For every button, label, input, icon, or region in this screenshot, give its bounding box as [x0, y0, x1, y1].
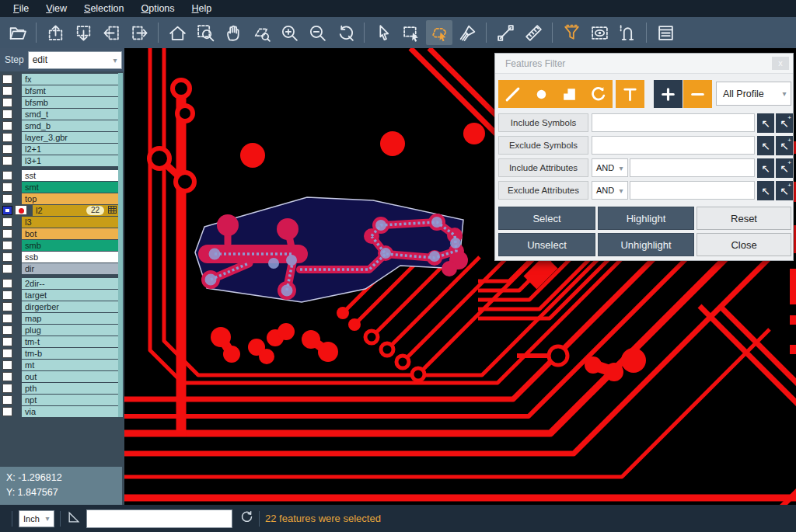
layer-visibility-checkbox[interactable] — [2, 395, 12, 405]
line-feature-button[interactable] — [498, 80, 527, 108]
exclude-symbols-input[interactable] — [592, 136, 755, 155]
pick-add-button[interactable]: ↖+ — [776, 136, 793, 155]
layer-cell[interactable]: pth — [22, 383, 118, 394]
menu-item-options[interactable]: Options — [132, 2, 183, 16]
layer-cell[interactable]: via — [22, 406, 118, 417]
layer-cell[interactable]: smd_t — [22, 109, 118, 120]
unit-select[interactable]: Inch ▾ — [19, 510, 54, 527]
filter-funnel-button[interactable] — [558, 20, 585, 45]
layer-visibility-checkbox[interactable] — [2, 206, 12, 215]
surface-feature-button[interactable] — [555, 80, 584, 108]
layer-cell[interactable]: tm-b — [22, 348, 118, 359]
layer-visibility-checkbox[interactable] — [2, 360, 12, 370]
profile-select[interactable]: All Profile ▾ — [716, 82, 791, 106]
pan-left-button[interactable] — [98, 20, 124, 45]
operator-select[interactable]: AND▾ — [592, 158, 628, 177]
select-button[interactable]: Select — [498, 207, 595, 230]
layer-cell[interactable]: mt — [22, 360, 118, 370]
command-input[interactable] — [86, 509, 232, 528]
unselect-button[interactable]: Unselect — [498, 233, 595, 256]
pick-button[interactable]: ↖ — [757, 181, 774, 200]
reset-button[interactable]: Reset — [696, 207, 791, 230]
layer-cell[interactable]: dir — [22, 263, 118, 274]
close-button[interactable]: Close — [696, 233, 791, 256]
grid-icon[interactable] — [104, 206, 118, 215]
refresh-icon[interactable] — [240, 510, 253, 527]
select-polygon-button[interactable] — [426, 20, 452, 45]
home-button[interactable] — [164, 20, 190, 45]
pan-hand-button[interactable] — [220, 20, 246, 45]
open-folder-button[interactable] — [4, 20, 30, 45]
layer-visibility-checkbox[interactable] — [2, 75, 12, 84]
layer-cell[interactable]: l222 — [33, 205, 118, 216]
include-attributes-button[interactable]: Include Attributes — [498, 158, 588, 177]
layer-cell[interactable]: smt — [22, 182, 118, 193]
layer-cell[interactable]: smb — [22, 240, 118, 251]
layer-visibility-checkbox[interactable] — [2, 314, 12, 323]
pan-up-button[interactable] — [42, 20, 68, 45]
layer-visibility-checkbox[interactable] — [2, 241, 12, 250]
layer-cell[interactable]: bfsmt — [22, 85, 118, 96]
menu-item-selection[interactable]: Selection — [75, 2, 132, 16]
zoom-in-button[interactable] — [276, 20, 302, 45]
pick-button[interactable]: ↖ — [757, 113, 774, 133]
layer-visibility-checkbox[interactable] — [2, 110, 12, 119]
layer-cell[interactable]: target — [22, 290, 118, 301]
menu-item-file[interactable]: File — [5, 2, 37, 16]
exclude-symbols-button[interactable]: Exclude Symbols — [498, 136, 588, 155]
pan-right-button[interactable] — [126, 20, 152, 45]
dialog-titlebar[interactable]: Features Filter x — [495, 54, 793, 74]
active-layer-indicator[interactable] — [15, 205, 27, 215]
unhighlight-button[interactable]: Unhighlight — [598, 233, 694, 256]
include-attributes-input[interactable] — [630, 158, 755, 177]
layer-cell[interactable]: layer_3.gbr — [22, 132, 118, 143]
ruler-button[interactable] — [520, 20, 546, 45]
pad-feature-button[interactable] — [527, 80, 556, 108]
layer-visibility-checkbox[interactable] — [2, 171, 12, 180]
layer-cell[interactable]: bot — [22, 228, 118, 239]
layers-form-button[interactable] — [652, 20, 679, 45]
layer-cell[interactable]: fx — [22, 74, 118, 85]
zoom-out-button[interactable] — [304, 20, 330, 45]
highlight-button[interactable]: Highlight — [598, 207, 694, 230]
layer-visibility-checkbox[interactable] — [2, 86, 12, 96]
include-symbols-input[interactable] — [592, 113, 755, 132]
zoom-dynamic-button[interactable] — [248, 20, 274, 45]
layer-cell[interactable]: bfsmb — [22, 97, 118, 108]
arc-feature-button[interactable] — [584, 80, 613, 108]
layer-cell[interactable]: plug — [22, 325, 118, 336]
pick-button[interactable]: ↖ — [757, 158, 774, 178]
layer-visibility-checkbox[interactable] — [2, 384, 12, 393]
select-rect-button[interactable] — [398, 20, 424, 45]
layer-cell[interactable]: out — [22, 371, 118, 382]
layer-cell[interactable]: tm-t — [22, 336, 118, 347]
exclude-attributes-button[interactable]: Exclude Attributes — [498, 181, 588, 200]
snap-magnet-button[interactable] — [614, 20, 641, 45]
layer-visibility-checkbox[interactable] — [2, 217, 12, 227]
layer-visibility-checkbox[interactable] — [2, 337, 12, 346]
layer-visibility-checkbox[interactable] — [2, 98, 12, 107]
layer-visibility-checkbox[interactable] — [2, 121, 12, 130]
layer-cell[interactable]: map — [22, 313, 118, 324]
layer-visibility-checkbox[interactable] — [2, 349, 12, 358]
layer-visibility-checkbox[interactable] — [2, 325, 12, 335]
layer-visibility-checkbox[interactable] — [2, 183, 12, 192]
layer-cell[interactable]: dirgerber — [22, 301, 118, 312]
selection-region[interactable] — [195, 197, 468, 302]
layer-cell[interactable]: smd_b — [22, 120, 118, 131]
pan-down-button[interactable] — [70, 20, 96, 45]
zoom-window-button[interactable] — [192, 20, 218, 45]
layer-visibility-checkbox[interactable] — [2, 144, 12, 154]
text-feature-button[interactable] — [616, 80, 644, 108]
layer-cell[interactable]: l3 — [22, 217, 118, 228]
zoom-previous-button[interactable] — [332, 20, 358, 45]
measure-points-button[interactable] — [492, 20, 518, 45]
layer-visibility-checkbox[interactable] — [2, 290, 12, 300]
layer-visibility-checkbox[interactable] — [2, 229, 12, 238]
layer-visibility-checkbox[interactable] — [2, 252, 12, 262]
overlay-eye-button[interactable] — [586, 20, 613, 45]
layer-list-scrollbar[interactable] — [118, 73, 123, 417]
layer-cell[interactable]: npt — [22, 395, 118, 405]
pick-add-button[interactable]: ↖+ — [776, 113, 793, 133]
layer-visibility-checkbox[interactable] — [2, 133, 12, 142]
